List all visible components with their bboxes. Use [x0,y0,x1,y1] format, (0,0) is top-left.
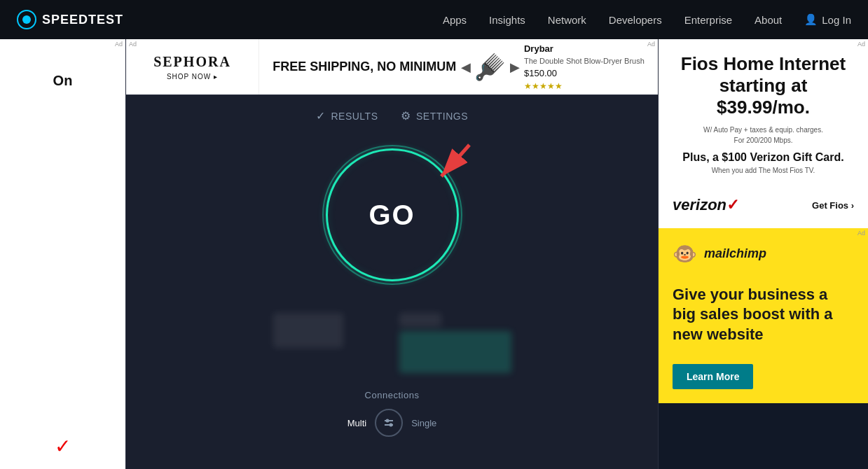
tab-results[interactable]: ✓ RESULTS [316,109,378,122]
arrow-indicator [420,138,476,194]
get-fios-button[interactable]: Get Fios › [812,200,854,211]
sephora-ad[interactable]: SEPHORA SHOP NOW ▸ [126,39,259,94]
top-ad-banner: Ad SEPHORA SHOP NOW ▸ Ad FREE SHIPPING, … [126,39,658,95]
nav-insights[interactable]: Insights [489,14,525,26]
mailchimp-wordmark: mailchimp [704,246,766,261]
nav-about[interactable]: About [755,14,782,26]
nav-network[interactable]: Network [548,14,586,26]
connections-toggle-btn[interactable] [375,409,403,437]
info-row [273,313,511,373]
mailchimp-ad-label: Ad [857,230,865,237]
settings-icon: ⚙ [401,109,411,122]
drybar-stars: ★★★★★ [524,81,563,91]
verizon-ad-label: Ad [857,41,865,48]
verizon-logo: verizon✓ [673,196,739,214]
user-icon: 👤 [804,13,818,26]
drybar-prev-icon[interactable]: ◀ [461,59,471,75]
verizon-offer: Plus, a $100 Verizon Gift Card. [673,151,854,164]
logo[interactable]: SPEEDTEST [17,10,123,29]
left-ad-label: Ad [115,41,123,48]
drybar-product-info: Drybar The Double Shot Blow-Dryer Brush … [524,43,645,91]
conn-multi[interactable]: Multi [347,418,366,428]
info-block-3 [399,331,511,373]
conn-single[interactable]: Single [411,418,436,428]
svg-point-1 [22,15,31,24]
sephora-logo: SEPHORA [153,54,231,70]
verizon-headline: Fios Home Internet starting at $39.99/mo… [673,53,854,119]
mailchimp-header: 🐵 mailchimp [673,242,854,265]
logo-text: SPEEDTEST [42,13,123,27]
page-body: Ad On ✓ Ad SEPHORA SHOP NOW ▸ Ad FREE SH… [0,39,868,469]
center-area: Ad SEPHORA SHOP NOW ▸ Ad FREE SHIPPING, … [126,39,658,469]
verizon-ad[interactable]: Ad Fios Home Internet starting at $39.99… [659,39,868,228]
drybar-nav: ◀ 🪮 ▶ [461,46,520,88]
left-ad-on-text: On [53,73,73,89]
main-nav: Apps Insights Network Developers Enterpr… [443,13,851,26]
drybar-brand: Drybar [524,43,553,54]
verizon-logo-row: verizon✓ Get Fios › [673,196,854,214]
svg-point-6 [390,424,393,427]
drybar-price: $150.00 [524,68,557,78]
info-block-1 [273,313,343,348]
mailchimp-ad[interactable]: Ad 🐵 mailchimp Give your business a big … [659,228,868,403]
top-ad-label: Ad [129,41,137,48]
drybar-ad[interactable]: Ad FREE SHIPPING, NO MINIMUM ◀ 🪮 ▶ Dryba… [259,39,658,94]
tabs-row: ✓ RESULTS ⚙ SETTINGS [316,109,468,122]
connections-area: Connections Multi Single [347,390,437,437]
results-icon: ✓ [316,109,326,122]
tab-results-label: RESULTS [331,111,378,122]
left-ad: Ad On ✓ [0,39,126,469]
drybar-product-image: 🪮 [476,46,504,88]
nav-developers[interactable]: Developers [609,14,662,26]
tab-settings[interactable]: ⚙ SETTINGS [401,109,469,122]
login-button[interactable]: 👤 Log In [804,13,851,26]
nav-enterprise[interactable]: Enterprise [684,14,732,26]
drybar-headline: FREE SHIPPING, NO MINIMUM [273,59,456,75]
mailchimp-mascot-icon: 🐵 [673,242,697,265]
verizon-sub: W/ Auto Pay + taxes & equip. charges.For… [673,125,854,146]
drybar-product-desc: The Double Shot Blow-Dryer Brush [524,57,645,65]
svg-point-5 [386,419,390,423]
connections-label: Connections [365,390,420,400]
mailchimp-cta-button[interactable]: Learn More [673,364,753,389]
connections-toggle: Multi Single [347,409,437,437]
sephora-cta: SHOP NOW ▸ [167,73,218,80]
nav-apps[interactable]: Apps [443,14,467,26]
verizon-offer-sub: When you add The Most Fios TV. [673,167,854,174]
mailchimp-headline: Give your business a big sales boost wit… [673,285,854,345]
header: SPEEDTEST Apps Insights Network Develope… [0,0,868,39]
drybar-next-icon[interactable]: ▶ [510,59,520,75]
drybar-close: Ad [647,41,655,48]
tab-settings-label: SETTINGS [416,111,468,122]
info-block-2 [399,313,441,327]
right-sidebar: Ad Fios Home Internet starting at $39.99… [658,39,868,469]
go-container: GO [322,145,462,285]
left-ad-check: ✓ [55,435,71,458]
speedtest-main: ✓ RESULTS ⚙ SETTINGS [126,95,658,469]
